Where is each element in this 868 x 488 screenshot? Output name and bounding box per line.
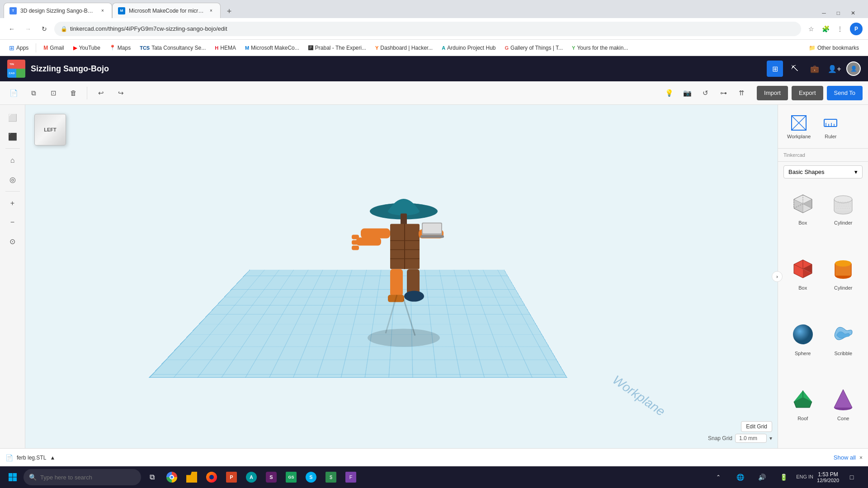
start-button[interactable] <box>4 468 22 486</box>
duplicate-tool-button[interactable]: ⬛ <box>4 127 22 145</box>
notifications-button[interactable]: □ <box>843 468 861 486</box>
browser-menu-button[interactable]: ⋮ <box>834 23 846 35</box>
bookmark-prabal[interactable]: 🅿 Prabal - The Experi... <box>305 43 370 53</box>
paste-button[interactable]: ⊡ <box>45 85 61 101</box>
character-svg <box>334 162 469 352</box>
delete-button[interactable]: 🗑 <box>65 85 81 101</box>
rotate-button[interactable]: ↺ <box>697 85 713 101</box>
bookmark-tata[interactable]: TCS Tata Consultancy Se... <box>136 43 209 53</box>
pickaxe-button[interactable]: ⛏ <box>787 61 803 77</box>
zoom-out-button[interactable]: − <box>4 213 22 231</box>
tab-inactive[interactable]: M Microsoft MakeCode for micro:... × <box>112 3 221 18</box>
maximize-button[interactable]: □ <box>833 8 844 18</box>
tab-close-2[interactable]: × <box>208 7 215 14</box>
close-button[interactable]: ✕ <box>847 8 859 18</box>
shape-cone-purple[interactable]: Cone <box>824 381 863 445</box>
shape-cylinder-orange[interactable]: Cylinder <box>824 251 863 314</box>
user-avatar[interactable]: 👤 <box>846 61 861 76</box>
bookmark-apps[interactable]: ⊞ Apps <box>5 42 32 53</box>
bookmark-maps[interactable]: 📍 Maps <box>106 43 134 53</box>
fit-view-button[interactable]: ⊙ <box>4 232 22 250</box>
tab-active[interactable]: T 3D design Sizzling Sango-Bojo | × <box>4 3 112 18</box>
bookmark-makecode[interactable]: M Microsoft MakeCo... <box>241 43 303 53</box>
export-button[interactable]: Export <box>792 86 823 100</box>
select-tool-button[interactable]: ⬜ <box>4 108 22 127</box>
forward-button[interactable]: → <box>22 23 34 35</box>
orientation-cube[interactable]: LEFT <box>34 114 66 145</box>
taskbar-forms-icon[interactable]: F <box>342 468 360 486</box>
shape-roof-green[interactable]: Roof <box>783 381 822 445</box>
undo-button[interactable]: ↩ <box>93 85 109 101</box>
workplane-tool[interactable]: Workplane <box>783 110 814 143</box>
bookmark-gallery[interactable]: G Gallery of Things | T... <box>501 43 566 53</box>
snap-dropdown-icon[interactable]: ▾ <box>769 435 772 441</box>
shape-box-wireframe-label: Box <box>798 220 807 225</box>
taskbar-arduino-icon[interactable]: A <box>242 468 260 486</box>
network-icon[interactable]: 🌐 <box>731 468 749 486</box>
taskbar-powerpoint-icon[interactable]: P <box>222 468 241 486</box>
bookmark-dashboard[interactable]: Y Dashboard | Hacker... <box>372 43 436 53</box>
refresh-button[interactable]: ↻ <box>38 23 51 35</box>
shapes-dropdown[interactable]: Basic Shapes ▾ <box>783 165 863 178</box>
shape-sphere-blue[interactable]: Sphere <box>783 316 822 380</box>
taskbar-search-bar[interactable]: 🔍 <box>24 469 141 485</box>
taskbar-sheets-icon[interactable]: GS <box>282 468 300 486</box>
copy-button[interactable]: ⧉ <box>25 85 42 101</box>
volume-icon[interactable]: 🔊 <box>753 468 771 486</box>
redo-button[interactable]: ↪ <box>113 85 129 101</box>
send-to-button[interactable]: Send To <box>827 86 863 100</box>
bookmark-gmail[interactable]: M Gmail <box>40 43 67 53</box>
extensions-button[interactable]: 🧩 <box>819 23 832 35</box>
taskbar-search-input[interactable] <box>40 474 131 481</box>
sphere-blue-icon <box>788 320 817 349</box>
add-user-button[interactable]: 👤+ <box>826 61 843 77</box>
minimize-button[interactable]: ─ <box>818 8 830 18</box>
mirror-button[interactable]: ⇈ <box>733 85 750 101</box>
camera-button[interactable]: 📷 <box>679 85 695 101</box>
bookmark-arduino[interactable]: A Arduino Project Hub <box>438 43 499 53</box>
battery-icon[interactable]: 🔋 <box>774 468 793 486</box>
taskbar-greenapp-icon[interactable]: $ <box>322 468 340 486</box>
align-button[interactable]: ⊶ <box>715 85 731 101</box>
shape-scribble[interactable]: Scribble <box>824 316 863 380</box>
url-bar[interactable]: 🔒 tinkercad.com/things/4iPFyG9m7cw-sizzl… <box>54 22 801 36</box>
new-design-button[interactable]: 📄 <box>5 85 22 101</box>
bookmark-star-button[interactable]: ☆ <box>805 23 817 35</box>
clock[interactable]: 1:53 PM 12/9/2020 <box>817 471 839 483</box>
show-all-button[interactable]: Show all <box>834 454 856 461</box>
system-tray-expand-button[interactable]: ⌃ <box>709 468 727 486</box>
bookmark-hema[interactable]: H HEMA <box>211 43 240 53</box>
snap-grid-input[interactable]: 1.0 mm <box>735 434 767 443</box>
taskbar-firefox-icon[interactable] <box>203 468 221 486</box>
zoom-in-button[interactable]: + <box>4 194 22 212</box>
shape-box-red[interactable]: Box <box>783 251 822 314</box>
bookmark-yours[interactable]: Y Yours for the makin... <box>568 43 632 53</box>
profile-avatar[interactable]: P <box>850 23 863 35</box>
bookmark-youtube[interactable]: ▶ YouTube <box>70 43 104 53</box>
import-button[interactable]: Import <box>757 86 788 100</box>
bookmark-other[interactable]: 📁 Other bookmarks <box>805 43 863 53</box>
panel-collapse-button[interactable]: › <box>772 271 783 282</box>
back-button[interactable]: ← <box>5 23 18 35</box>
new-tab-button[interactable]: + <box>222 5 236 18</box>
shape-box-wireframe[interactable]: Box <box>783 186 822 249</box>
edit-grid-button[interactable]: Edit Grid <box>741 421 772 432</box>
taskbar-skype-icon[interactable]: S <box>302 468 320 486</box>
home-view-button[interactable]: ⌂ <box>4 151 22 169</box>
light-button[interactable]: 💡 <box>661 85 677 101</box>
grid-view-button[interactable]: ⊞ <box>767 61 783 77</box>
design-title: Sizzling Sango-Bojo <box>31 64 109 74</box>
pan-tool-button[interactable]: ◎ <box>4 170 22 188</box>
taskbar-slack-icon[interactable]: S <box>262 468 280 486</box>
viewport[interactable]: Workplane LEFT <box>25 105 778 448</box>
tab-close-1[interactable]: × <box>99 7 106 14</box>
task-view-button[interactable]: ⧉ <box>143 468 161 486</box>
taskbar-explorer-icon[interactable] <box>183 468 201 486</box>
briefcase-button[interactable]: 💼 <box>807 61 823 77</box>
download-expand-icon[interactable]: ▲ <box>50 455 55 461</box>
taskbar-chrome-icon[interactable] <box>163 468 181 486</box>
shape-cylinder-wireframe[interactable]: Cylinder <box>824 186 863 249</box>
download-bar-close-button[interactable]: × <box>859 455 863 461</box>
ruler-tool[interactable]: Ruler <box>818 110 843 143</box>
workplane-tool-label: Workplane <box>787 134 811 139</box>
